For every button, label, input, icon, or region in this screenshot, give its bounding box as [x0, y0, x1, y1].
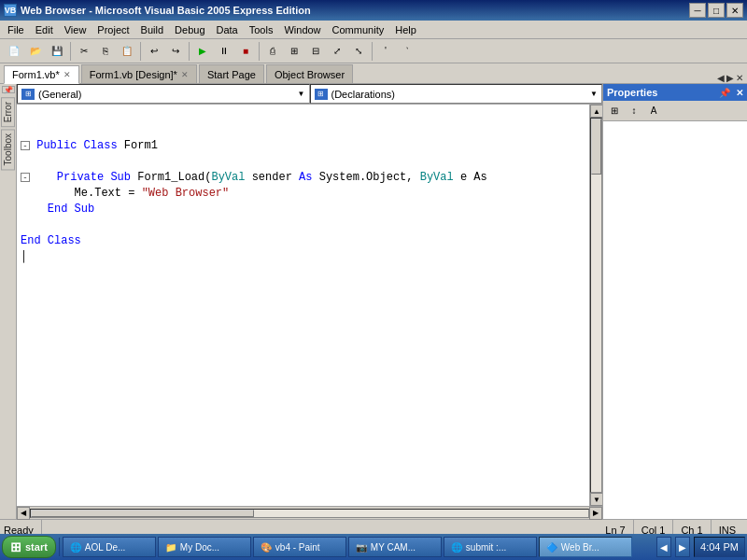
toolbox-tab-error[interactable]: Error	[1, 97, 15, 127]
vscroll-track[interactable]	[590, 118, 602, 493]
taskbar-aol-icon: 🌐	[69, 540, 82, 553]
menu-tools[interactable]: Tools	[244, 22, 279, 37]
tb-save[interactable]: 💾	[47, 42, 67, 61]
tab-form1vb-close[interactable]: ✕	[63, 70, 71, 79]
minimize-button[interactable]: ─	[689, 3, 706, 18]
hscroll-track[interactable]	[30, 509, 589, 518]
tab-form1vb[interactable]: Form1.vb* ✕	[4, 65, 79, 84]
tab-form1vb-design[interactable]: Form1.vb [Design]* ✕	[81, 64, 197, 83]
tab-close-doc[interactable]: ✕	[736, 73, 743, 83]
tab-form1vb-design-label: Form1.vb [Design]*	[90, 69, 177, 80]
main-area: 📌 Error Toolbox ⊞ (General) ▼ ⊞ (Declara…	[0, 84, 747, 519]
tb-new[interactable]: 📄	[4, 42, 24, 61]
menu-community[interactable]: Community	[327, 22, 390, 37]
toolbox-pin[interactable]: 📌	[2, 86, 15, 93]
toolbar-separator-1	[70, 42, 71, 61]
tb-stop[interactable]: ■	[235, 42, 256, 61]
hscroll-right[interactable]: ▶	[589, 507, 602, 520]
maximize-button[interactable]: □	[708, 3, 725, 18]
prop-tb-sort[interactable]: A	[644, 103, 663, 119]
tab-start-page[interactable]: Start Page	[199, 64, 264, 83]
collapse-box-2[interactable]: -	[21, 173, 30, 182]
vscroll-thumb[interactable]	[591, 119, 601, 175]
tb-misc5[interactable]: ⤡	[348, 42, 369, 61]
tab-object-browser[interactable]: Object Browser	[266, 64, 353, 83]
menu-edit[interactable]: Edit	[30, 22, 59, 37]
tb-open[interactable]: 📂	[25, 42, 46, 61]
properties-header: Properties 📌 ✕	[603, 84, 747, 101]
tb-misc4[interactable]: ⤢	[327, 42, 347, 61]
tb-run[interactable]: ▶	[192, 42, 213, 61]
tb-copy[interactable]: ⎘	[95, 42, 116, 61]
properties-content	[603, 121, 747, 519]
tab-form1vb-label: Form1.vb*	[12, 69, 60, 80]
collapse-box-1[interactable]: -	[21, 141, 30, 150]
taskbar-aol[interactable]: 🌐 AOL De...	[63, 537, 156, 557]
hscroll-left[interactable]: ◀	[17, 507, 30, 520]
tb-paste[interactable]: 📋	[117, 42, 137, 61]
editor-vscroll: ▲ ▼	[589, 105, 602, 506]
taskbar-webbr[interactable]: 🔷 Web Br...	[539, 537, 632, 557]
properties-pin[interactable]: 📌	[719, 88, 730, 98]
properties-close[interactable]: ✕	[736, 88, 743, 98]
tb-misc1[interactable]: ⎙	[262, 42, 283, 61]
taskbar: ⊞ start 🌐 AOL De... 📁 My Doc... 🎨 vb4 - …	[0, 534, 747, 560]
tb-misc2[interactable]: ⊞	[284, 42, 304, 61]
taskbar-aol-label: AOL De...	[85, 542, 126, 553]
start-button[interactable]: ⊞ start	[2, 536, 56, 558]
taskbar-clock: 4:04 PM	[694, 537, 745, 557]
tb-misc3[interactable]: ⊟	[305, 42, 326, 61]
taskbar-paint[interactable]: 🎨 vb4 - Paint	[253, 537, 346, 557]
taskbar-submit[interactable]: 🌐 submit :...	[444, 537, 537, 557]
toolbar-separator-3	[189, 42, 190, 61]
taskbar-mydoc[interactable]: 📁 My Doc...	[158, 537, 251, 557]
tab-bar: Form1.vb* ✕ Form1.vb [Design]* ✕ Start P…	[0, 63, 747, 84]
menu-help[interactable]: Help	[389, 22, 422, 37]
general-dropdown[interactable]: ⊞ (General) ▼	[17, 84, 310, 104]
prop-tb-alphabetical[interactable]: ↕	[625, 103, 643, 119]
taskbar-mydoc-label: My Doc...	[180, 542, 219, 553]
tb-undo[interactable]: ↩	[144, 42, 164, 61]
taskbar-right: ◀ ▶ 4:04 PM	[656, 537, 745, 557]
properties-title: Properties	[607, 87, 657, 98]
code-area[interactable]: - Public Class Form1- Private Sub Form1_…	[17, 105, 589, 506]
menu-debug[interactable]: Debug	[169, 22, 210, 37]
tab-form1vb-design-close[interactable]: ✕	[181, 70, 189, 79]
tb-comment[interactable]: '	[375, 42, 396, 61]
tb-cut[interactable]: ✂	[74, 42, 94, 61]
menu-window[interactable]: Window	[278, 22, 326, 37]
window-title: Web Browser - Microsoft Visual Basic 200…	[21, 5, 311, 16]
prop-tb-categories[interactable]: ⊞	[605, 103, 624, 119]
taskbar-webbr-label: Web Br...	[561, 542, 599, 553]
toolbar: 📄 📂 💾 ✂ ⎘ 📋 ↩ ↪ ▶ ⏸ ■ ⎙ ⊞ ⊟ ⤢ ⤡ ' ‵	[0, 39, 747, 63]
toolbox-tab-toolbox[interactable]: Toolbox	[1, 129, 15, 170]
windows-logo: ⊞	[10, 539, 21, 554]
code-content[interactable]: - Public Class Form1- Private Sub Form1_…	[17, 105, 589, 506]
menu-file[interactable]: File	[2, 22, 30, 37]
tab-scroll-left[interactable]: ◀	[717, 73, 725, 83]
taskbar-nav-left[interactable]: ◀	[656, 537, 671, 557]
tb-redo[interactable]: ↪	[165, 42, 186, 61]
menu-project[interactable]: Project	[92, 22, 134, 37]
menu-view[interactable]: View	[59, 22, 92, 37]
dropdown-icon-right: ⊞	[315, 89, 328, 100]
tb-uncomment[interactable]: ‵	[397, 42, 417, 61]
taskbar-cam-label: MY CAM...	[371, 542, 416, 553]
declarations-dropdown[interactable]: ⊞ (Declarations) ▼	[310, 84, 603, 104]
tab-scroll-right[interactable]: ▶	[726, 73, 734, 83]
taskbar-nav-right[interactable]: ▶	[675, 537, 690, 557]
tb-pause[interactable]: ⏸	[214, 42, 234, 61]
app-icon: VB	[4, 4, 17, 17]
declarations-dropdown-label: (Declarations)	[331, 89, 395, 100]
close-button[interactable]: ✕	[726, 3, 743, 18]
vscroll-down[interactable]: ▼	[590, 493, 602, 506]
vscroll-up[interactable]: ▲	[590, 105, 602, 118]
taskbar-cam[interactable]: 📷 MY CAM...	[348, 537, 442, 557]
general-dropdown-label: (General)	[38, 89, 81, 100]
editor-container: ⊞ (General) ▼ ⊞ (Declarations) ▼ - Publi…	[17, 84, 602, 519]
menu-build[interactable]: Build	[135, 22, 169, 37]
hscroll-thumb[interactable]	[31, 510, 254, 517]
taskbar-submit-icon: 🌐	[450, 540, 463, 553]
menu-data[interactable]: Data	[211, 22, 244, 37]
general-dropdown-arrow: ▼	[298, 90, 305, 98]
